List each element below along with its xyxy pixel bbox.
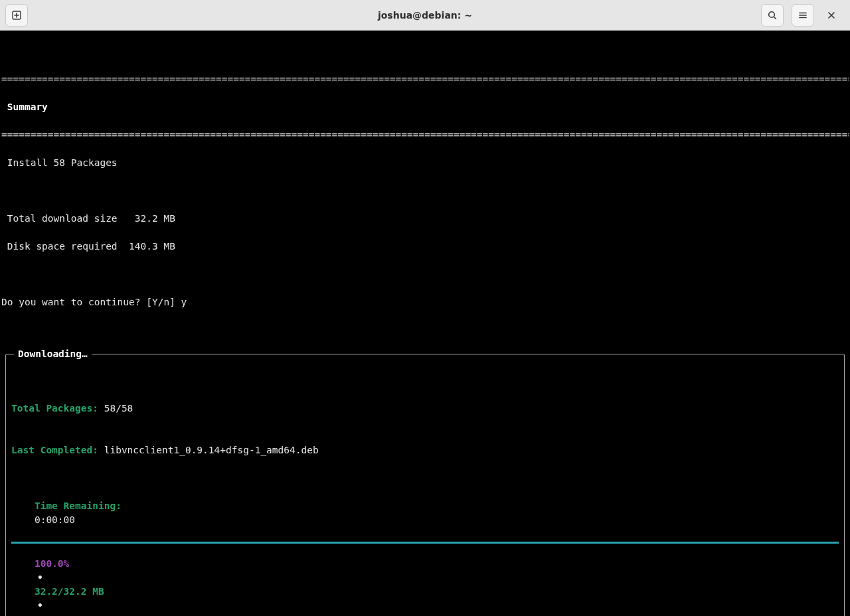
window-title: joshua@debian: ~ (0, 10, 850, 21)
separator-dot: • (35, 572, 46, 583)
summary-heading: Summary (1, 100, 849, 114)
summary-disk-space: Disk space required 140.3 MB (1, 240, 849, 254)
separator-dot: • (35, 600, 46, 611)
search-icon (767, 10, 778, 21)
download-percent: 100.0% (35, 558, 69, 569)
download-progress-line: Time Remaining: 0:00:00 100.0% • 32.2/32… (11, 485, 839, 616)
search-button[interactable] (761, 4, 784, 27)
download-progress-bar (11, 542, 839, 544)
blank-line (1, 184, 849, 198)
downloading-panel: Downloading… Total Packages: 58/58 Last … (5, 354, 845, 616)
titlebar-right-group (761, 4, 845, 27)
time-remaining-label: Time Remaining: (35, 501, 122, 511)
divider-line: ========================================… (1, 72, 849, 86)
downloading-legend: Downloading… (14, 347, 92, 361)
last-completed-label: Last Completed: (11, 445, 98, 455)
plus-icon (11, 10, 22, 21)
window-titlebar: joshua@debian: ~ (0, 0, 850, 31)
confirm-prompt: Do you want to continue? [Y/n] y (1, 295, 849, 309)
divider-line: ========================================… (1, 128, 849, 142)
close-icon (827, 11, 836, 20)
download-size: 32.2/32.2 MB (35, 586, 104, 597)
time-remaining-value: 0:00:00 (35, 514, 75, 525)
blank-line (1, 268, 849, 281)
new-tab-button[interactable] (5, 4, 28, 27)
close-button[interactable] (822, 4, 841, 27)
menu-button[interactable] (792, 4, 814, 27)
last-completed-line: Last Completed: libvncclient1_0.9.14+dfs… (11, 443, 839, 457)
total-packages-value: 58/58 (104, 403, 133, 414)
terminal-output[interactable]: ========================================… (0, 31, 850, 616)
summary-download-size: Total download size 32.2 MB (1, 212, 849, 226)
summary-install: Install 58 Packages (1, 156, 849, 170)
last-completed-value: libvncclient1_0.9.14+dfsg-1_amd64.deb (104, 445, 319, 455)
total-packages-label: Total Packages: (11, 403, 98, 414)
hamburger-icon (798, 10, 808, 21)
total-packages-line: Total Packages: 58/58 (11, 402, 839, 416)
